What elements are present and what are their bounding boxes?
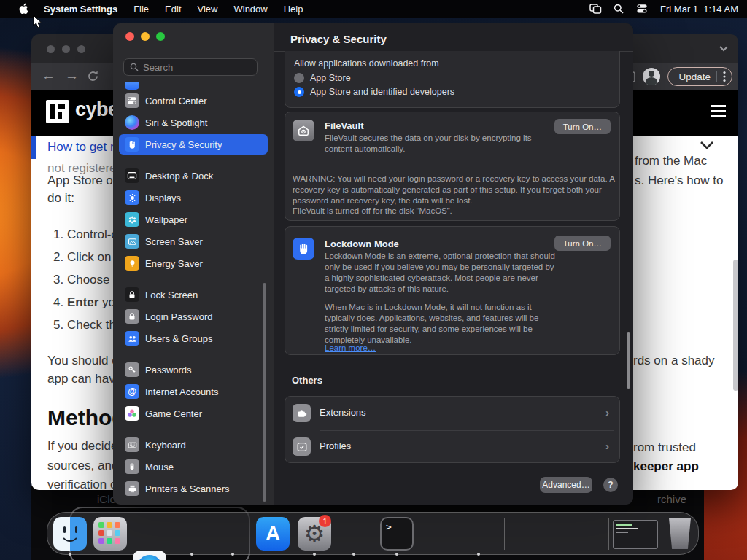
window-close-button[interactable] bbox=[125, 32, 134, 41]
sidebar-item-displays[interactable]: Displays bbox=[119, 187, 268, 208]
toggles-icon bbox=[125, 93, 139, 108]
window-zoom-button[interactable] bbox=[77, 45, 85, 53]
menu-file[interactable]: File bbox=[125, 4, 157, 15]
sidebar-item-label: Internet Accounts bbox=[145, 386, 218, 397]
toc-collapse-chevron-icon[interactable] bbox=[699, 140, 715, 150]
sidebar-item-partial-icon[interactable] bbox=[125, 82, 139, 90]
desktop: { "menu_bar": { "app_name": "System Sett… bbox=[0, 0, 747, 560]
dock-app-store-icon[interactable]: A bbox=[256, 517, 290, 551]
article-text-fragment: rom trusted bbox=[633, 440, 696, 455]
settings-scrollbar[interactable] bbox=[627, 332, 630, 389]
menu-edit[interactable]: Edit bbox=[157, 4, 189, 15]
sidebar-item-lock-screen[interactable]: Lock Screen bbox=[119, 284, 268, 305]
article-text-fragment: keeper app bbox=[633, 459, 699, 474]
menu-app-name[interactable]: System Settings bbox=[36, 4, 125, 15]
printer-icon bbox=[125, 481, 139, 496]
update-button-label: Update bbox=[678, 71, 711, 82]
sidebar-item-keyboard[interactable]: Keyboard bbox=[119, 435, 268, 455]
sidebar-item-screen-saver[interactable]: Screen Saver bbox=[119, 231, 268, 252]
dock-separator bbox=[504, 518, 505, 550]
at-icon: @ bbox=[125, 384, 139, 399]
sidebar-item-internet-accounts[interactable]: @ Internet Accounts bbox=[119, 381, 268, 402]
hand-icon bbox=[125, 137, 139, 152]
lock-icon bbox=[125, 309, 139, 324]
sidebar-item-desktop-dock[interactable]: Desktop & Dock bbox=[119, 166, 268, 186]
site-logo-icon[interactable] bbox=[46, 100, 69, 123]
article-text-fragment: verification o bbox=[47, 478, 117, 490]
update-button[interactable]: Update bbox=[667, 67, 732, 86]
sidebar-scrollbar[interactable] bbox=[263, 283, 266, 502]
advanced-button[interactable]: Advanced… bbox=[540, 477, 592, 493]
sidebar-item-label: Passwords bbox=[145, 365, 192, 376]
radio-app-store-identified[interactable] bbox=[294, 87, 304, 97]
window-minimize-button[interactable] bbox=[62, 45, 70, 53]
control-center-icon[interactable] bbox=[632, 1, 651, 17]
gatekeeper-card: Allow applications downloaded from App S… bbox=[285, 51, 620, 108]
dock-finder-icon[interactable] bbox=[53, 517, 87, 551]
filevault-title: FileVault bbox=[325, 120, 363, 131]
archive-label: rchive bbox=[657, 493, 686, 505]
sidebar-item-login-password[interactable]: Login Password bbox=[119, 306, 268, 327]
dock: A ⚙1 >_ bbox=[47, 512, 699, 555]
apple-menu[interactable] bbox=[12, 3, 36, 15]
menu-clock[interactable]: Fri Mar 1 1:14 AM bbox=[656, 4, 738, 15]
others-header: Others bbox=[292, 375, 322, 386]
photo-icon bbox=[125, 234, 139, 249]
sidebar-item-control-center[interactable]: Control Center bbox=[119, 90, 268, 111]
siri-orb-icon bbox=[125, 115, 139, 130]
sidebar-item-privacy-security[interactable]: Privacy & Security bbox=[119, 134, 268, 155]
window-dock-icon bbox=[125, 168, 139, 183]
lockdown-title: Lockdown Mode bbox=[325, 238, 399, 249]
sidebar-item-energy-saver[interactable]: Energy Saver bbox=[119, 253, 268, 273]
menu-view[interactable]: View bbox=[190, 4, 226, 15]
article-list-item: 4. Enter you bbox=[53, 295, 123, 310]
dock-system-settings-icon[interactable]: ⚙1 bbox=[298, 517, 331, 551]
article-text-fragment: do it: bbox=[47, 191, 74, 206]
dock-terminal-icon[interactable]: >_ bbox=[380, 517, 414, 551]
page-scrollbar[interactable] bbox=[733, 260, 738, 391]
forward-icon[interactable]: → bbox=[65, 69, 79, 82]
sidebar-item-label: Siri & Spotlight bbox=[145, 117, 207, 128]
filevault-card: FileVault FileVault secures the data on … bbox=[285, 112, 620, 221]
dock-separator bbox=[608, 518, 609, 550]
dock-safari-icon[interactable] bbox=[133, 551, 166, 560]
filevault-icon bbox=[293, 120, 314, 141]
radio-app-store[interactable] bbox=[294, 73, 304, 83]
sidebar-item-printers-scanners[interactable]: Printers & Scanners bbox=[119, 478, 268, 499]
help-button[interactable]: ? bbox=[603, 478, 618, 492]
sidebar-item-label: Energy Saver bbox=[145, 258, 203, 269]
menu-help[interactable]: Help bbox=[276, 4, 311, 15]
search-icon[interactable] bbox=[609, 1, 628, 17]
settings-search-input[interactable]: Search bbox=[123, 58, 258, 76]
dock-launchpad-icon[interactable] bbox=[93, 517, 127, 551]
back-icon[interactable]: ← bbox=[42, 69, 55, 82]
window-close-button[interactable] bbox=[47, 45, 55, 53]
chevron-right-icon: › bbox=[605, 406, 609, 419]
tab-search-chevron-icon[interactable] bbox=[719, 44, 729, 52]
running-indicator bbox=[69, 553, 71, 556]
lockdown-turn-on-button[interactable]: Turn On… bbox=[554, 236, 611, 251]
stage-manager-icon[interactable] bbox=[586, 1, 605, 17]
sidebar-item-game-center[interactable]: Game Center bbox=[119, 403, 268, 424]
menu-window[interactable]: Window bbox=[225, 4, 275, 15]
filevault-status: FileVault is turned off for the disk “Ma… bbox=[293, 206, 615, 217]
more-menu-icon[interactable] bbox=[723, 71, 726, 82]
dock-trash-icon[interactable] bbox=[667, 518, 692, 549]
reload-icon[interactable] bbox=[87, 70, 99, 82]
sidebar-item-label: Wallpaper bbox=[145, 214, 187, 225]
dock-minimized-window-thumbnail[interactable] bbox=[613, 520, 658, 549]
sidebar-item-mouse[interactable]: Mouse bbox=[119, 456, 268, 477]
learn-more-link[interactable]: Learn more… bbox=[325, 343, 376, 352]
sidebar-item-wallpaper[interactable]: Wallpaper bbox=[119, 209, 268, 230]
sidebar-item-label: Users & Groups bbox=[145, 333, 212, 344]
settings-sidebar: Search Control Center Siri & Spotlight P… bbox=[113, 23, 274, 505]
flower-icon bbox=[125, 212, 139, 227]
sidebar-item-siri-spotlight[interactable]: Siri & Spotlight bbox=[119, 112, 268, 133]
window-zoom-button[interactable] bbox=[156, 32, 165, 41]
others-card: Extensions › Profiles › bbox=[285, 396, 620, 463]
filevault-turn-on-button[interactable]: Turn On… bbox=[554, 119, 611, 134]
sidebar-item-users-groups[interactable]: Users & Groups bbox=[119, 328, 268, 349]
browser-profile-avatar[interactable] bbox=[643, 68, 660, 85]
sidebar-item-passwords[interactable]: Passwords bbox=[119, 359, 268, 380]
window-minimize-button[interactable] bbox=[141, 32, 150, 41]
